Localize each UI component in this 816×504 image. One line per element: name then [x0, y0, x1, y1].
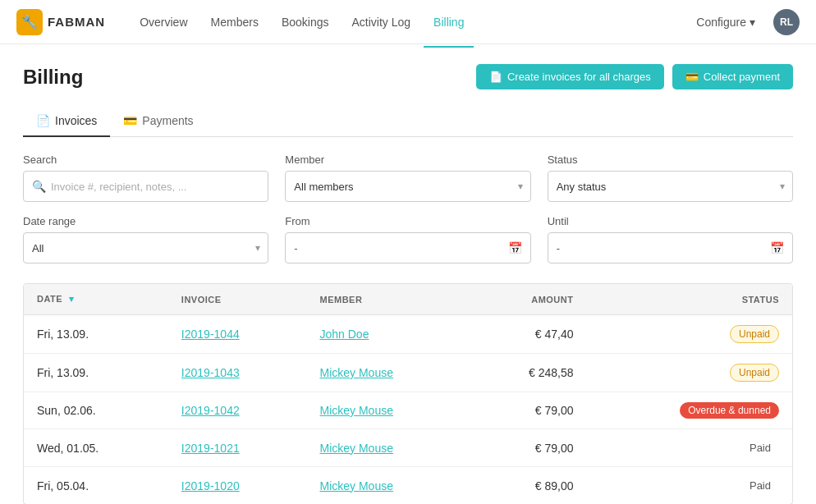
cell-status: Paid — [586, 429, 792, 467]
date-sort-icon: ▾ — [69, 294, 75, 304]
member-link[interactable]: Mickey Mouse — [319, 442, 392, 455]
member-select-wrap: All members ▾ — [285, 171, 530, 202]
status-select[interactable]: Any status Paid Unpaid Overdue — [548, 171, 793, 202]
nav-item-billing[interactable]: Billing — [424, 11, 474, 34]
cell-amount: € 79,00 — [470, 392, 587, 429]
date-range-filter-group: Date range All This month Last month Thi… — [23, 215, 268, 263]
member-link[interactable]: Mickey Mouse — [319, 404, 392, 417]
logo-text: FABMAN — [48, 15, 105, 29]
col-member: MEMBER — [306, 284, 470, 315]
avatar[interactable]: RL — [773, 9, 800, 35]
status-select-wrap: Any status Paid Unpaid Overdue ▾ — [548, 171, 793, 202]
table-row: Wed, 01.05. I2019-1021 Mickey Mouse € 79… — [24, 429, 792, 467]
collect-payment-button[interactable]: 💳 Collect payment — [672, 64, 793, 89]
member-link[interactable]: John Doe — [319, 328, 369, 341]
cell-date: Fri, 05.04. — [24, 467, 168, 505]
status-badge: Unpaid — [730, 364, 779, 382]
search-label: Search — [23, 153, 268, 166]
col-date[interactable]: DATE ▾ — [24, 284, 168, 315]
member-label: Member — [285, 153, 530, 166]
member-filter-group: Member All members ▾ — [285, 153, 530, 202]
cell-amount: € 89,00 — [470, 467, 587, 505]
cell-invoice: I2019-1043 — [168, 354, 307, 392]
configure-button[interactable]: Configure ▾ — [688, 11, 763, 34]
invoices-table-container: DATE ▾ INVOICE MEMBER AMOUNT STATUS Fri,… — [23, 283, 793, 504]
cell-status: Unpaid — [586, 315, 792, 354]
member-link[interactable]: Mickey Mouse — [319, 366, 392, 379]
cell-member: John Doe — [306, 315, 470, 354]
cell-amount: € 79,00 — [470, 429, 587, 467]
col-invoice: INVOICE — [168, 284, 307, 315]
cell-invoice: I2019-1042 — [168, 392, 307, 429]
date-range-select[interactable]: All This month Last month This year — [23, 232, 268, 263]
until-input-wrap: 📅 — [548, 232, 793, 263]
page-header: Billing 📄 Create invoices for all charge… — [23, 64, 793, 89]
nav-right: Configure ▾ RL — [688, 9, 800, 35]
main-content: Billing 📄 Create invoices for all charge… — [0, 44, 816, 504]
until-filter-group: Until 📅 — [548, 215, 793, 263]
status-label: Status — [548, 153, 793, 166]
configure-label: Configure — [696, 16, 746, 29]
invoice-link[interactable]: I2019-1021 — [181, 442, 240, 455]
search-input-wrap: 🔍 — [23, 171, 268, 202]
cell-status: Paid — [586, 467, 792, 505]
invoice-link[interactable]: I2019-1043 — [181, 366, 240, 379]
page-title: Billing — [23, 66, 83, 89]
until-label: Until — [548, 215, 793, 227]
logo[interactable]: 🔧 FABMAN — [16, 9, 105, 35]
search-input[interactable] — [51, 181, 259, 193]
col-amount: AMOUNT — [470, 284, 587, 315]
create-invoices-button[interactable]: 📄 Create invoices for all charges — [476, 64, 664, 89]
until-calendar-icon[interactable]: 📅 — [770, 241, 784, 254]
cell-date: Sun, 02.06. — [24, 392, 168, 429]
payments-tab-icon: 💳 — [123, 114, 137, 127]
invoice-link[interactable]: I2019-1044 — [181, 328, 240, 341]
table-row: Fri, 05.04. I2019-1020 Mickey Mouse € 89… — [24, 467, 792, 505]
status-badge: Overdue & dunned — [680, 402, 779, 419]
chevron-down-icon: ▾ — [750, 16, 755, 29]
cell-invoice: I2019-1021 — [168, 429, 307, 467]
nav-links: Overview Members Bookings Activity Log B… — [130, 11, 688, 34]
cell-date: Fri, 13.09. — [24, 315, 168, 354]
table-row: Fri, 13.09. I2019-1043 Mickey Mouse € 24… — [24, 354, 792, 392]
nav-item-members[interactable]: Members — [201, 11, 268, 34]
from-label: From — [285, 215, 530, 227]
document-icon: 📄 — [489, 71, 502, 83]
from-input-wrap: 📅 — [285, 232, 530, 263]
invoices-tab-icon: 📄 — [36, 114, 50, 127]
tab-invoices[interactable]: 📄 Invoices — [23, 106, 110, 137]
nav-item-overview[interactable]: Overview — [130, 11, 197, 34]
invoice-link[interactable]: I2019-1042 — [181, 404, 240, 417]
header-buttons: 📄 Create invoices for all charges 💳 Coll… — [476, 64, 793, 89]
from-input[interactable] — [294, 242, 507, 254]
from-filter-group: From 📅 — [285, 215, 530, 263]
status-filter-group: Status Any status Paid Unpaid Overdue ▾ — [548, 153, 793, 202]
until-input[interactable] — [557, 242, 770, 254]
member-select[interactable]: All members — [285, 171, 530, 202]
table-row: Fri, 13.09. I2019-1044 John Doe € 47,40 … — [24, 315, 792, 354]
cell-member: Mickey Mouse — [306, 392, 470, 429]
cell-member: Mickey Mouse — [306, 354, 470, 392]
nav-item-activity-log[interactable]: Activity Log — [342, 11, 420, 34]
from-calendar-icon[interactable]: 📅 — [508, 241, 522, 254]
col-status: STATUS — [586, 284, 792, 315]
status-badge: Paid — [741, 439, 779, 456]
cell-invoice: I2019-1044 — [168, 315, 307, 354]
table-header: DATE ▾ INVOICE MEMBER AMOUNT STATUS — [24, 284, 792, 315]
cell-amount: € 47,40 — [470, 315, 587, 354]
invoices-table: DATE ▾ INVOICE MEMBER AMOUNT STATUS Fri,… — [24, 284, 792, 504]
cell-amount: € 248,58 — [470, 354, 587, 392]
date-range-select-wrap: All This month Last month This year ▾ — [23, 232, 268, 263]
tab-payments[interactable]: 💳 Payments — [110, 106, 206, 137]
cell-member: Mickey Mouse — [306, 429, 470, 467]
cell-date: Wed, 01.05. — [24, 429, 168, 467]
navbar: 🔧 FABMAN Overview Members Bookings Activ… — [0, 0, 816, 44]
member-link[interactable]: Mickey Mouse — [319, 479, 392, 493]
cell-member: Mickey Mouse — [306, 467, 470, 505]
search-filter-group: Search 🔍 — [23, 153, 268, 202]
invoice-link[interactable]: I2019-1020 — [181, 479, 240, 493]
nav-item-bookings[interactable]: Bookings — [272, 11, 339, 34]
search-icon: 🔍 — [32, 180, 46, 193]
status-badge: Unpaid — [730, 325, 779, 343]
cell-status: Unpaid — [586, 354, 792, 392]
